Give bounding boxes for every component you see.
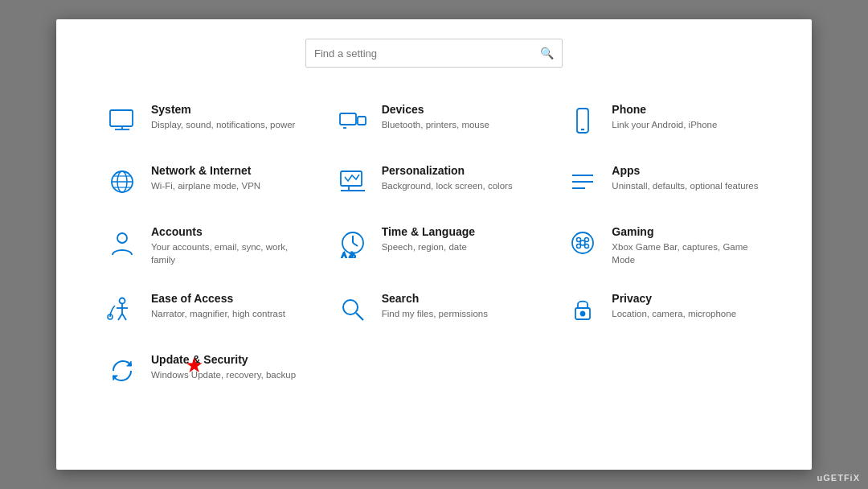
ease-title: Ease of Access (151, 292, 285, 305)
settings-item-search[interactable]: SearchFind my files, permissions (319, 279, 550, 340)
devices-desc: Bluetooth, printers, mouse (382, 118, 489, 131)
svg-point-27 (585, 238, 589, 242)
settings-item-update[interactable]: Update & SecurityWindows Update, recover… (88, 340, 319, 401)
time-title: Time & Language (382, 225, 475, 238)
settings-item-system[interactable]: SystemDisplay, sound, notifications, pow… (88, 90, 319, 151)
gaming-icon (565, 225, 600, 261)
system-icon (104, 103, 140, 138)
personalization-title: Personalization (382, 164, 513, 177)
network-title: Network & Internet (151, 164, 260, 177)
svg-point-25 (572, 232, 593, 253)
svg-point-30 (580, 240, 585, 245)
update-desc: Windows Update, recovery, backup (151, 368, 296, 381)
system-title: System (151, 103, 295, 116)
settings-item-apps[interactable]: AppsUninstall, defaults, optional featur… (549, 151, 780, 212)
settings-item-network[interactable]: Network & InternetWi-Fi, airplane mode, … (88, 151, 319, 212)
svg-point-29 (585, 244, 589, 249)
settings-item-ease[interactable]: Ease of AccessNarrator, magnifier, high … (88, 279, 319, 340)
svg-point-33 (343, 300, 358, 314)
settings-item-accounts[interactable]: AccountsYour accounts, email, sync, work… (88, 212, 319, 279)
search-icon (335, 292, 371, 327)
watermark: uGETFiX (817, 473, 860, 483)
svg-text:A: A (342, 251, 346, 258)
settings-item-privacy[interactable]: PrivacyLocation, camera, microphone (549, 279, 780, 340)
personalization-icon (335, 164, 371, 199)
personalization-desc: Background, lock screen, colors (382, 179, 513, 192)
phone-desc: Link your Android, iPhone (612, 118, 717, 131)
apps-icon (565, 164, 600, 199)
search-desc: Find my files, permissions (382, 307, 488, 320)
svg-text:あ: あ (349, 251, 356, 258)
gaming-title: Gaming (612, 225, 764, 238)
privacy-title: Privacy (612, 292, 736, 305)
phone-icon (565, 103, 600, 138)
privacy-desc: Location, camera, microphone (612, 307, 736, 320)
system-desc: Display, sound, notifications, power (151, 118, 295, 131)
settings-item-devices[interactable]: DevicesBluetooth, printers, mouse (319, 90, 550, 151)
svg-line-34 (356, 313, 363, 320)
settings-grid: SystemDisplay, sound, notifications, pow… (88, 90, 780, 401)
search-icon: 🔍 (540, 47, 554, 60)
settings-item-phone[interactable]: PhoneLink your Android, iPhone (549, 90, 780, 151)
svg-rect-3 (340, 113, 356, 125)
accounts-desc: Your accounts, email, sync, work, family (151, 240, 303, 266)
apps-title: Apps (612, 164, 758, 177)
devices-title: Devices (382, 103, 489, 116)
ease-icon (104, 292, 140, 327)
svg-rect-0 (110, 110, 133, 126)
privacy-icon (565, 292, 600, 327)
svg-point-31 (120, 298, 125, 304)
update-title: Update & Security (151, 353, 296, 366)
settings-item-gaming[interactable]: GamingXbox Game Bar, captures, Game Mode (549, 212, 780, 279)
settings-window: 🔍 SystemDisplay, sound, notifications, p… (56, 19, 812, 470)
network-icon (104, 164, 140, 199)
svg-rect-4 (358, 117, 366, 125)
gaming-desc: Xbox Game Bar, captures, Game Mode (612, 240, 764, 266)
apps-desc: Uninstall, defaults, optional features (612, 179, 758, 192)
ease-desc: Narrator, magnifier, high contrast (151, 307, 285, 320)
search-title: Search (382, 292, 488, 305)
accounts-title: Accounts (151, 225, 303, 238)
svg-point-28 (577, 244, 581, 249)
svg-point-36 (581, 312, 585, 316)
settings-item-time[interactable]: AあTime & LanguageSpeech, region, date (319, 212, 550, 279)
search-bar[interactable]: 🔍 (305, 39, 563, 68)
svg-point-19 (117, 233, 127, 243)
search-input[interactable] (314, 47, 540, 60)
svg-line-22 (353, 243, 358, 246)
star-badge: ★ (185, 355, 203, 376)
time-icon: Aあ (335, 225, 371, 261)
svg-point-26 (577, 238, 581, 242)
update-icon (104, 353, 140, 388)
devices-icon (335, 103, 371, 138)
svg-rect-13 (341, 171, 362, 186)
time-desc: Speech, region, date (382, 240, 475, 253)
network-desc: Wi-Fi, airplane mode, VPN (151, 179, 260, 192)
settings-item-personalization[interactable]: PersonalizationBackground, lock screen, … (319, 151, 550, 212)
phone-title: Phone (612, 103, 717, 116)
accounts-icon (104, 225, 140, 261)
